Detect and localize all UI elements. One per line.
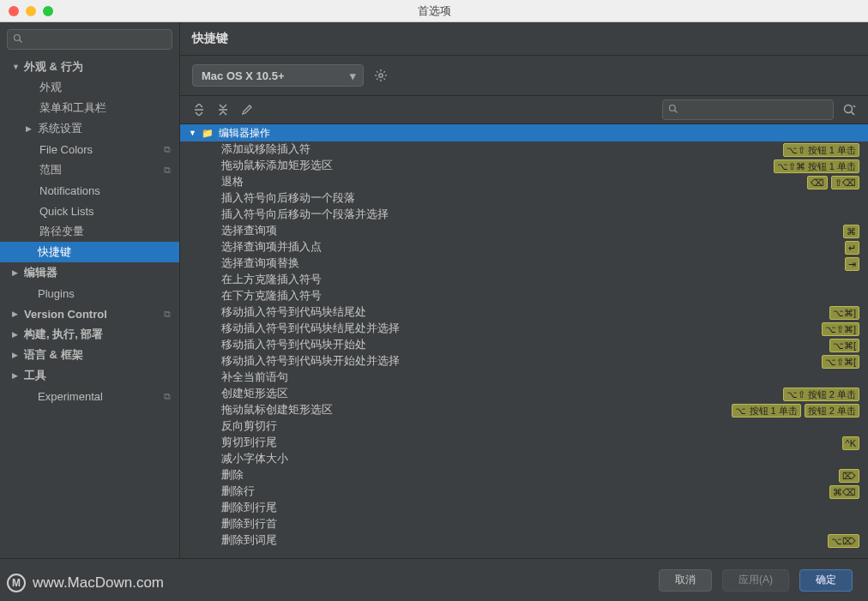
action-row[interactable]: 创建矩形选区⌥⇧ 按钮 2 单击 [180, 386, 868, 402]
edit-icon[interactable] [240, 103, 254, 117]
action-row[interactable]: 删除到行首 [180, 516, 868, 532]
sidebar-item[interactable]: Plugins [0, 283, 179, 304]
project-scope-icon: ⧉ [164, 391, 171, 402]
action-search-input[interactable] [662, 99, 834, 120]
sidebar-item[interactable]: ▶编辑器 [0, 262, 179, 283]
sidebar-item-label: Version Control [24, 308, 107, 321]
action-group-header[interactable]: ▼📁编辑器操作 [180, 124, 868, 141]
scheme-select[interactable]: Mac OS X 10.5+ [192, 64, 364, 87]
sidebar-item-label: 外观 [39, 80, 62, 95]
shortcut-tag: 按钮 2 单击 [805, 404, 859, 418]
action-label: 剪切到行尾 [221, 436, 277, 450]
sidebar-item[interactable]: ▶系统设置 [0, 118, 179, 139]
ok-button[interactable]: 确定 [799, 569, 853, 592]
scheme-value: Mac OS X 10.5+ [202, 69, 284, 82]
sidebar-item-label: 语言 & 框架 [24, 347, 83, 363]
sidebar-item[interactable]: 菜单和工具栏 [0, 98, 179, 118]
collapse-all-icon[interactable] [216, 103, 230, 117]
tree-arrow-icon: ▶ [12, 351, 21, 359]
action-row[interactable]: 插入符号向后移动一个段落 [180, 190, 868, 207]
shortcut-container: ⌥⌘[ [829, 339, 859, 352]
sidebar-item[interactable]: Notifications [0, 180, 179, 201]
svg-point-2 [379, 74, 383, 77]
action-label: 移动插入符号到代码块结尾处 [221, 305, 366, 320]
action-row[interactable]: 移动插入符号到代码块结尾处并选择⌥⇧⌘] [180, 321, 868, 337]
sidebar-item[interactable]: File Colors⧉ [0, 139, 179, 159]
keymap-pane: 快捷键 Mac OS X 10.5+ [180, 22, 868, 558]
sidebar-item-label: 编辑器 [24, 265, 57, 280]
action-row[interactable]: 删除⌦ [180, 467, 868, 484]
sidebar-item[interactable]: ▶语言 & 框架 [0, 345, 179, 365]
shortcut-tag: ⌥⇧⌘ 按钮 1 单击 [774, 159, 859, 173]
pane-title: 快捷键 [180, 22, 868, 56]
sidebar-item[interactable]: 快捷键 [0, 242, 179, 262]
action-row[interactable]: 移动插入符号到代码块开始处⌥⌘[ [180, 337, 868, 353]
action-label: 插入符号向后移动一个段落 [221, 191, 355, 206]
svg-line-15 [853, 105, 855, 107]
sidebar-item-label: File Colors [39, 143, 93, 156]
shortcut-tag: ⌥⇧⌘[ [822, 355, 859, 369]
tree-arrow-icon: ▶ [12, 310, 21, 318]
shortcut-tag: ⌥⇧ 按钮 1 单击 [783, 143, 859, 157]
action-row[interactable]: 拖动鼠标创建矩形选区⌥ 按钮 1 单击按钮 2 单击 [180, 402, 868, 418]
action-label: 减小字体大小 [221, 452, 288, 466]
find-action-by-shortcut-icon[interactable] [842, 103, 856, 117]
action-row[interactable]: 退格⌫⇧⌫ [180, 174, 868, 190]
toolbar-row [180, 96, 868, 124]
action-row[interactable]: 移动插入符号到代码块结尾处⌥⌘] [180, 304, 868, 321]
action-row[interactable]: 选择查询项替换⇥ [180, 255, 868, 272]
action-row[interactable]: 删除行⌘⌫ [180, 484, 868, 500]
shortcut-container: ⌥⇧⌘] [822, 322, 859, 336]
close-dot[interactable] [9, 6, 19, 16]
sidebar-item[interactable]: ▶构建, 执行, 部署 [0, 324, 179, 345]
sidebar-item[interactable]: 外观 [0, 77, 179, 98]
action-row[interactable]: 移动插入符号到代码块开始处并选择⌥⇧⌘[ [180, 353, 868, 370]
action-row[interactable]: 插入符号向后移动一个段落并选择 [180, 207, 868, 223]
sidebar-item-label: Experimental [38, 390, 103, 403]
expand-all-icon[interactable] [192, 103, 206, 117]
group-label: 编辑器操作 [219, 126, 270, 141]
sidebar-item-label: Plugins [38, 287, 75, 300]
action-row[interactable]: 删除到词尾⌥⌦ [180, 532, 868, 549]
action-row[interactable]: 选择查询项并插入点↵ [180, 239, 868, 255]
sidebar-item-label: 外观 & 行为 [24, 59, 83, 75]
sidebar-item-label: 快捷键 [38, 244, 71, 260]
shortcut-container: ⌥⇧ 按钮 2 单击 [783, 388, 859, 401]
tree-arrow-icon: ▼ [12, 63, 21, 71]
sidebar-item[interactable]: ▼外观 & 行为 [0, 57, 179, 77]
svg-line-10 [377, 78, 378, 80]
sidebar-item[interactable]: 范围⧉ [0, 159, 179, 180]
sidebar-item[interactable]: ▶Version Control⧉ [0, 304, 179, 324]
action-label: 选择查询项替换 [221, 256, 299, 271]
cancel-button[interactable]: 取消 [659, 569, 712, 592]
action-row[interactable]: 拖动鼠标添加矩形选区⌥⇧⌘ 按钮 1 单击 [180, 158, 868, 174]
apply-button[interactable]: 应用(A) [722, 569, 789, 592]
action-list[interactable]: ▼📁编辑器操作添加或移除插入符⌥⇧ 按钮 1 单击拖动鼠标添加矩形选区⌥⇧⌘ 按… [180, 124, 868, 558]
minimize-dot[interactable] [26, 6, 36, 16]
gear-icon[interactable] [374, 69, 388, 82]
sidebar-item[interactable]: Experimental⧉ [0, 386, 179, 406]
tree-arrow-icon: ▶ [12, 330, 21, 339]
sidebar-item[interactable]: 路径变量 [0, 221, 179, 242]
sidebar-search-input[interactable] [7, 29, 172, 50]
action-label: 反向剪切行 [221, 419, 277, 434]
action-row[interactable]: 减小字体大小 [180, 451, 868, 467]
shortcut-tag: ⌫ [807, 176, 828, 189]
action-label: 删除到行首 [221, 517, 277, 532]
sidebar-item-label: 工具 [24, 368, 46, 383]
action-row[interactable]: 在下方克隆插入符号 [180, 288, 868, 304]
action-row[interactable]: 在上方克隆插入符号 [180, 272, 868, 288]
action-row[interactable]: 补全当前语句 [180, 370, 868, 386]
sidebar-item-label: 系统设置 [38, 121, 82, 136]
sidebar-item[interactable]: ▶工具 [0, 365, 179, 386]
action-label: 在下方克隆插入符号 [221, 289, 322, 304]
shortcut-container: ⌘⌫ [829, 485, 859, 499]
zoom-dot[interactable] [43, 6, 53, 16]
action-row[interactable]: 剪切到行尾^K [180, 435, 868, 451]
sidebar-item[interactable]: Quick Lists [0, 201, 179, 221]
action-row[interactable]: 删除到行尾 [180, 500, 868, 516]
action-row[interactable]: 反向剪切行 [180, 418, 868, 435]
action-row[interactable]: 添加或移除插入符⌥⇧ 按钮 1 单击 [180, 141, 868, 158]
action-row[interactable]: 选择查询项⌘ [180, 223, 868, 239]
scheme-row: Mac OS X 10.5+ [180, 56, 868, 96]
